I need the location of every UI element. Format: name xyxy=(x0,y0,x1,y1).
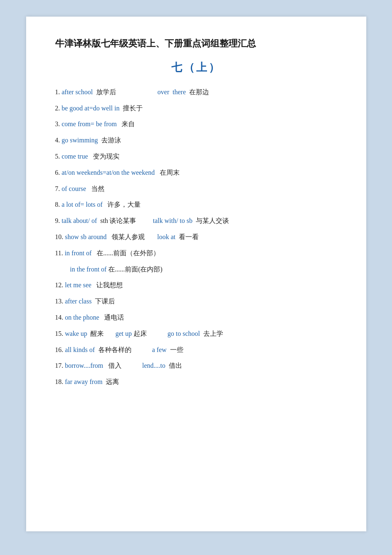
phrase: come from= be from xyxy=(60,118,117,130)
item-num: 15. xyxy=(55,328,63,340)
list-item: 1. after school 放学后 over there 在那边 xyxy=(55,86,337,98)
list-item: 11. in front of 在......前面（在外部） xyxy=(55,247,337,259)
item-num: 6. xyxy=(55,167,60,179)
item-num: 3. xyxy=(55,118,60,130)
item-num: 1. xyxy=(55,86,60,98)
list-item: in the front of 在......前面(在内部) xyxy=(55,264,337,276)
phrase: talk with/ to sb xyxy=(153,215,192,227)
list-item: 8. a lot of= lots of 许多，大量 xyxy=(55,199,337,211)
translation: 在那边 xyxy=(186,86,209,98)
item-num: 8. xyxy=(55,199,60,211)
list-item: 4. go swimming 去游泳 xyxy=(55,134,337,147)
list-item: 3. come from= be from 来自 xyxy=(55,118,337,130)
list-item: 16. all kinds of 各种各样的 a few 一些 xyxy=(55,344,337,356)
translation: sth 谈论某事 xyxy=(97,215,136,227)
phrase: of course xyxy=(60,183,86,195)
phrase: come true xyxy=(60,151,88,163)
translation: 当然 xyxy=(86,183,105,195)
translation: 放学后 xyxy=(93,86,116,98)
translation: 变为现实 xyxy=(88,151,119,163)
translation: 让我想想 xyxy=(91,279,123,291)
main-title: 牛津译林版七年级英语上、下册重点词组整理汇总 xyxy=(55,37,337,50)
translation: 借出 xyxy=(166,360,182,372)
phrase: in the front of xyxy=(70,264,107,276)
phrase: go swimming xyxy=(60,134,98,147)
translation: 来自 xyxy=(117,118,135,130)
phrase: far away from xyxy=(63,376,103,388)
translation: 去上学 xyxy=(200,328,223,340)
translation: 去游泳 xyxy=(98,134,121,147)
list-item: 17. borrow....from 借入 lend....to 借出 xyxy=(55,360,337,372)
item-num: 12. xyxy=(55,279,63,291)
item-num: 11. xyxy=(55,247,63,259)
list-item: 6. at/on weekends=at/on the weekend 在周末 xyxy=(55,167,337,179)
list-item: 5. come true 变为现实 xyxy=(55,151,337,163)
list-item: 10. show sb around 领某人参观 look at 看一看 xyxy=(55,231,337,243)
phrase: get up xyxy=(115,328,132,340)
phrase: wake up xyxy=(63,328,88,340)
translation: 醒来 xyxy=(87,328,104,340)
list-item: 15. wake up 醒来 get up 起床 go to school 去上… xyxy=(55,328,337,340)
translation: 与某人交谈 xyxy=(192,215,229,227)
phrase: all kinds of xyxy=(63,344,95,356)
phrase: borrow....from xyxy=(63,360,103,372)
content-list: 1. after school 放学后 over there 在那边 2. be… xyxy=(55,86,337,388)
phrase: on the phone xyxy=(63,312,100,324)
phrase: at/on weekends=at/on the weekend xyxy=(60,167,155,179)
item-num: 17. xyxy=(55,360,63,372)
phrase: a few xyxy=(152,344,167,356)
phrase: let me see xyxy=(63,279,92,291)
translation: 远离 xyxy=(102,376,119,388)
phrase: after class xyxy=(63,296,92,308)
list-item: 18. far away from 远离 xyxy=(55,376,337,388)
item-num: 4. xyxy=(55,134,60,147)
translation: 擅长于 xyxy=(119,103,143,115)
item-num: 2. xyxy=(55,103,60,115)
item-num: 18. xyxy=(55,376,63,388)
translation: 一些 xyxy=(167,344,183,356)
phrase: talk about/ of xyxy=(60,215,97,227)
translation: 起床 xyxy=(132,328,147,340)
item-num: 13. xyxy=(55,296,63,308)
translation: 在......前面（在外部） xyxy=(92,247,160,259)
translation: 许多，大量 xyxy=(102,199,141,211)
phrase: lend....to xyxy=(142,360,166,372)
phrase: after school xyxy=(60,86,93,98)
phrase: a lot of= lots of xyxy=(60,199,103,211)
item-num: 9. xyxy=(55,215,60,227)
section-title: 七（上） xyxy=(55,60,337,75)
list-item: 14. on the phone 通电话 xyxy=(55,312,337,324)
list-item: 13. after class 下课后 xyxy=(55,296,337,308)
translation: 各种各样的 xyxy=(95,344,131,356)
list-item: 9. talk about/ of sth 谈论某事 talk with/ to… xyxy=(55,215,337,227)
translation: 通电话 xyxy=(99,312,124,324)
phrase: over there xyxy=(158,86,186,98)
item-num: 10. xyxy=(55,231,63,243)
phrase: show sb around xyxy=(63,231,107,243)
item-num: 5. xyxy=(55,151,60,163)
list-item: 2. be good at=do well in 擅长于 xyxy=(55,103,337,115)
translation: 借入 xyxy=(103,360,122,372)
translation: 下课后 xyxy=(92,296,115,308)
list-item: 12. let me see 让我想想 xyxy=(55,279,337,291)
item-num: 14. xyxy=(55,312,63,324)
phrase: in front of xyxy=(63,247,92,259)
translation: 看一看 xyxy=(175,231,199,243)
translation: 在......前面(在内部) xyxy=(107,264,163,276)
phrase: look at xyxy=(157,231,175,243)
translation: 在周末 xyxy=(155,167,180,179)
list-item: 7. of course 当然 xyxy=(55,183,337,195)
item-num: 16. xyxy=(55,344,63,356)
item-num: 7. xyxy=(55,183,60,195)
phrase: be good at=do well in xyxy=(60,103,120,115)
translation: 领某人参观 xyxy=(107,231,145,243)
phrase: go to school xyxy=(168,328,200,340)
page-container: 牛津译林版七年级英语上、下册重点词组整理汇总 七（上） 1. after sch… xyxy=(26,17,366,531)
